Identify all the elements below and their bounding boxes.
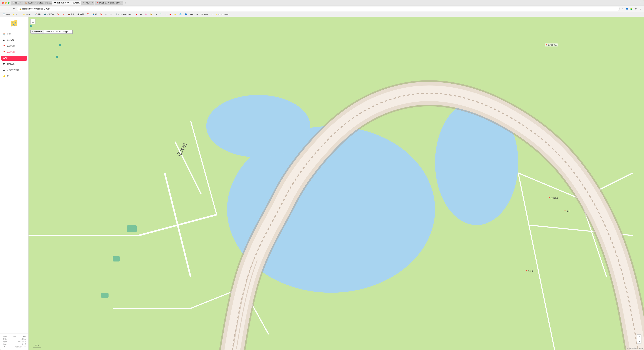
- bookmark-imgur[interactable]: 🖼 Imgur: [200, 13, 210, 16]
- maptool-chevron-icon: ▼: [24, 63, 26, 65]
- map-container[interactable]: 光大街 Choose File 4564918137447: [28, 17, 644, 350]
- tab-v2ex[interactable]: V V2EX ✕: [81, 1, 94, 5]
- sidebar-item-gpx[interactable]: GPX: [1, 56, 27, 61]
- sidebar-item-maptool[interactable]: 🗺 地图工具 ▼: [0, 61, 28, 67]
- bookmark-label-folders: Folders: [26, 14, 32, 15]
- bookmark-red[interactable]: ●: [135, 13, 138, 16]
- bookmark-folders[interactable]: 📁 Folders: [22, 13, 33, 16]
- footer-version-value: v0.2.5: [22, 343, 26, 345]
- map-label-huabuzhishan: 📍 华不注山: [548, 197, 558, 199]
- extensions-icon[interactable]: 🧩: [630, 7, 633, 11]
- close-button[interactable]: [2, 2, 4, 4]
- huabuzhishan-label: 华不注山: [551, 197, 558, 199]
- bm-icon-16: ▶: [170, 13, 171, 15]
- bookmark-more[interactable]: »: [210, 13, 214, 16]
- tab-title-csdn: (2 封私信) 内容管理 - 创作中...: [99, 2, 123, 4]
- back-button[interactable]: ‹: [2, 7, 6, 11]
- choose-file-button[interactable]: Choose File: [30, 30, 44, 34]
- bookmark-icon1[interactable]: 🔖: [56, 13, 60, 16]
- bookmark-cal[interactable]: 📅: [86, 13, 90, 16]
- bm-icon-4: 🧵: [92, 13, 94, 15]
- bookmark-work[interactable]: 💼 工作: [66, 13, 76, 16]
- footer-update-label: 更新：: [2, 340, 7, 343]
- bookmark-m[interactable]: M: [139, 13, 143, 16]
- url-bar[interactable]: 🔒 localhost:8080/#/gpx/gpx-viewer: [17, 7, 620, 11]
- bookmark-yt[interactable]: ▶: [168, 13, 172, 16]
- bookmark-icon3[interactable]: 🔖: [99, 13, 104, 16]
- map-marker-top: [30, 25, 32, 27]
- more-icon[interactable]: ⋮: [638, 7, 642, 11]
- tab-close-lushu[interactable]: ✕: [20, 2, 22, 4]
- route-icon: 🛣: [2, 39, 6, 42]
- bookmark-star-icon[interactable]: ☆: [621, 7, 624, 11]
- bookmark-back[interactable]: ↩: [104, 13, 108, 16]
- bookmark-web[interactable]: 🌐: [178, 13, 183, 16]
- bookmark-weibo[interactable]: 🌸: [144, 13, 148, 16]
- zoom-in-button[interactable]: +: [637, 334, 642, 339]
- bm-icon-7: 📖: [110, 13, 112, 15]
- settings-icon[interactable]: ⚙: [634, 7, 638, 11]
- bookmark-folder-icon: 📁: [23, 13, 25, 15]
- sidebar-item-route[interactable]: 🛣 路线规划 ▼: [0, 37, 28, 43]
- bookmark-telegram[interactable]: ✈: [154, 13, 158, 16]
- maptool-icon: 🗺: [2, 63, 6, 65]
- tab-favicon-csdn: 知: [96, 2, 98, 4]
- bookmark-bm2[interactable]: 🔵: [184, 13, 188, 16]
- bookmark-canvas[interactable]: M Canvas: [189, 13, 199, 16]
- bookmark-cdoc[interactable]: 🔍 C documentation...: [114, 13, 134, 16]
- sidebar-item-region1[interactable]: 📍 地域信息 ▼: [0, 43, 28, 49]
- region1-icon: 📍: [2, 45, 6, 48]
- bookmark-5173[interactable]: ⭐ 5173: [12, 13, 20, 16]
- sidebar-item-about[interactable]: ✨ 关于: [0, 73, 28, 79]
- sidebar-label-gpx: GPX: [3, 57, 8, 59]
- tab-csdn[interactable]: 知 (2 封私信) 内容管理 - 创作中... ✕: [95, 1, 123, 5]
- lvzumiao-pin-icon: 📍: [525, 270, 528, 272]
- bookmark-zhihu[interactable]: 知: [159, 13, 163, 16]
- bookmark-all[interactable]: 📁 All Bookmarks: [214, 13, 231, 16]
- bookmark-8080[interactable]: 🕐 8080: [2, 13, 11, 16]
- tab-lushu[interactable]: 📖 路书 ✕: [11, 1, 23, 5]
- tab-close-v2ex[interactable]: ✕: [92, 2, 93, 4]
- bm-icon-20: M: [190, 14, 192, 15]
- bookmark-video[interactable]: 📺 视频平台: [43, 13, 55, 16]
- bookmark-more-label: »: [212, 14, 212, 15]
- minimize-button[interactable]: [5, 2, 7, 4]
- bookmark-google[interactable]: G: [164, 13, 168, 16]
- footer-api-value: 高德地图 v2.0.0: [15, 345, 26, 348]
- sidebar-label-region2: 地域信息: [7, 51, 15, 54]
- tab-favicon-lushu: 📖: [12, 2, 14, 4]
- map-marker-mid: [59, 44, 61, 46]
- browser-menu-icon[interactable]: ⋯: [638, 1, 642, 5]
- bookmark-fav[interactable]: ⭐: [173, 13, 178, 16]
- forward-button[interactable]: ›: [7, 7, 11, 11]
- browser-toolbar-right: ⋯: [638, 1, 642, 5]
- bookmark-github[interactable]: 🐱: [149, 13, 154, 16]
- map-doc-button[interactable]: [30, 19, 36, 24]
- sidebar-item-home[interactable]: 🏠 主页: [0, 31, 28, 37]
- profile-icon[interactable]: 👤: [625, 7, 629, 11]
- sidebar-item-region2[interactable]: 📍 地域信息 ▼: [0, 49, 28, 55]
- bookmark-clock-icon: 🕐: [3, 13, 5, 15]
- zoom-out-button[interactable]: −: [637, 339, 642, 344]
- reload-button[interactable]: ↻: [12, 7, 16, 11]
- tab-favicon-json: 📋: [25, 2, 27, 4]
- bookmark-si[interactable]: 🧵 丝: [91, 13, 98, 16]
- sidebar-label-region1: 地域信息: [7, 45, 15, 48]
- bookmark-read[interactable]: 📖: [109, 13, 114, 16]
- bookmark-movies[interactable]: 🎬 电影: [76, 13, 85, 16]
- bm-icon-13: ✈: [156, 13, 157, 15]
- tab-json[interactable]: 📋 JSON format validate and ed... ✕: [24, 1, 52, 5]
- tab-gaode[interactable]: 🗺 概述-地图 JS API 2.0 | 高德地... ✕: [52, 1, 81, 5]
- footer-source-link[interactable]: github: [22, 338, 26, 340]
- bookmark-shopping[interactable]: 🛒 购物: [33, 13, 42, 16]
- maximize-button[interactable]: [8, 2, 10, 4]
- footer-logout-link[interactable]: 退出: [23, 335, 26, 338]
- tab-title-lushu: 路书: [15, 2, 19, 4]
- sidebar-label-home: 主页: [7, 33, 11, 36]
- bookmark-icon2[interactable]: 🔖: [61, 13, 66, 16]
- tab-favicon-v2ex: V: [83, 2, 84, 4]
- sidebar-item-jinan[interactable]: 🏙 济南本地信息 ▼: [0, 67, 28, 73]
- new-tab-button[interactable]: +: [124, 2, 127, 4]
- svg-rect-22: [113, 256, 120, 261]
- bm-all-icon: 📁: [216, 13, 218, 15]
